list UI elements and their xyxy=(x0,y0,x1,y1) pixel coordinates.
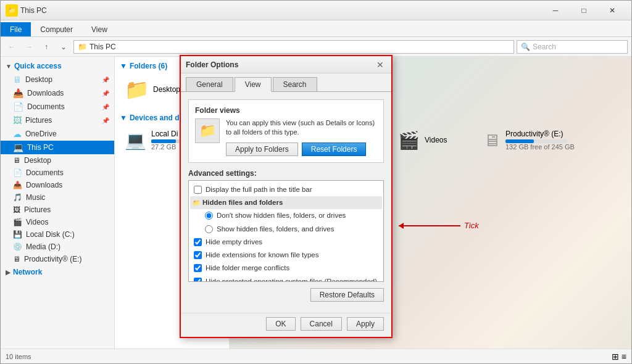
productivity-device-icon: 🖥 xyxy=(483,130,501,151)
sidebar-label-onedrive: OneDrive xyxy=(25,130,57,138)
label-hide-empty: Hide empty drives xyxy=(206,237,262,247)
sidebar-item-media-d[interactable]: 💿 Media (D:) xyxy=(1,241,114,253)
ok-button[interactable]: OK xyxy=(266,317,295,331)
sidebar-label-desktop: Desktop xyxy=(25,75,52,84)
folder-views-inner: 📁 You can apply this view (such as Detai… xyxy=(195,118,377,156)
sidebar-item-onedrive[interactable]: ☁ OneDrive xyxy=(1,127,114,141)
minimize-button[interactable]: ─ xyxy=(541,1,570,20)
details-view-button[interactable]: ⊞ xyxy=(612,352,619,362)
radio-dont-show-hidden[interactable] xyxy=(205,212,213,220)
sidebar-item-downloads-pc[interactable]: 📥 Downloads xyxy=(1,179,114,191)
search-icon: 🔍 xyxy=(521,43,530,51)
up-button[interactable]: ↑ xyxy=(39,39,54,54)
sidebar-item-documents-pc[interactable]: 📄 Documents xyxy=(1,167,114,179)
restore-defaults-row: Restore Defaults xyxy=(188,288,384,302)
sidebar-item-productivity[interactable]: 🖥 Productivity® (E:) xyxy=(1,253,114,265)
sidebar-item-documents-quick[interactable]: 📄 Documents 📌 xyxy=(1,100,114,114)
settings-item-show-hidden[interactable]: Show hidden files, folders, and drives xyxy=(190,223,382,236)
sidebar-label-downloads: Downloads xyxy=(27,89,64,97)
checkbox-hide-extensions[interactable] xyxy=(194,251,202,259)
dialog-tab-view[interactable]: View xyxy=(235,77,272,92)
settings-list: Display the full path in the title bar 📁… xyxy=(188,180,384,282)
tab-view[interactable]: View xyxy=(82,22,117,36)
checkbox-hide-empty[interactable] xyxy=(194,238,202,246)
status-bar: 10 items ⊞ ≡ xyxy=(1,349,631,363)
desktop-icon: 🖥 xyxy=(13,75,22,85)
sidebar-item-downloads-quick[interactable]: 📥 Downloads 📌 xyxy=(1,86,114,100)
items-count: 10 items xyxy=(6,353,31,360)
dialog-title: Folder Options xyxy=(186,60,374,69)
label-hide-extensions: Hide extensions for known file types xyxy=(206,250,318,260)
tab-file[interactable]: File xyxy=(1,22,31,36)
window-title: This PC xyxy=(20,6,541,15)
sidebar-quick-access-header[interactable]: ▼ Quick access xyxy=(1,59,114,73)
devices-header-label: Devices and d xyxy=(130,114,180,122)
view-controls: ⊞ ≡ xyxy=(612,352,626,362)
videos-pc-icon: 🎬 xyxy=(13,218,22,226)
main-window: 📁 This PC ─ □ ✕ File Computer View ← → ↑… xyxy=(0,0,632,364)
devices-arrow: ▼ xyxy=(120,114,127,122)
checkbox-hide-merge[interactable] xyxy=(194,264,202,272)
sidebar-item-desktop-pc[interactable]: 🖥 Desktop xyxy=(1,154,114,167)
settings-item-fullpath[interactable]: Display the full path in the title bar xyxy=(190,183,382,196)
back-button[interactable]: ← xyxy=(4,39,19,54)
sidebar-item-pictures-pc[interactable]: 🖼 Pictures xyxy=(1,204,114,216)
folder-desktop-icon: 📁 xyxy=(125,78,149,101)
local-disk-device-icon: 💻 xyxy=(125,130,146,151)
forward-button[interactable]: → xyxy=(22,39,36,54)
sidebar-item-this-pc[interactable]: 💻 This PC xyxy=(1,141,114,154)
folder-desktop-label: Desktop xyxy=(153,85,180,94)
sidebar-item-local-disk[interactable]: 💾 Local Disk (C:) xyxy=(1,228,114,241)
apply-button[interactable]: Apply xyxy=(347,317,384,331)
device-productivity[interactable]: 🖥 Productivity® (E:) 132 GB free of 245 … xyxy=(478,127,580,153)
pin-icon-4: 📌 xyxy=(102,117,109,124)
videos-info: Videos xyxy=(425,136,447,144)
dialog-tab-general[interactable]: General xyxy=(186,77,233,91)
dialog-tab-search[interactable]: Search xyxy=(273,77,317,91)
apply-to-folders-button[interactable]: Apply to Folders xyxy=(226,143,298,156)
device-videos[interactable]: 🎬 Videos xyxy=(393,127,473,153)
sidebar-item-desktop-quick[interactable]: 🖥 Desktop 📌 xyxy=(1,73,114,86)
documents-icon: 📄 xyxy=(13,102,23,112)
ribbon-tabs: File Computer View xyxy=(1,20,631,36)
pictures-pc-icon: 🖼 xyxy=(13,205,20,214)
folders-header-label: Folders (6) xyxy=(130,62,167,70)
recent-button[interactable]: ⌄ xyxy=(56,39,71,54)
maximize-button[interactable]: □ xyxy=(570,1,598,20)
restore-defaults-button[interactable]: Restore Defaults xyxy=(310,288,384,302)
sidebar-item-pictures-quick[interactable]: 🖼 Pictures 📌 xyxy=(1,114,114,127)
dialog-close-button[interactable]: ✕ xyxy=(374,59,386,71)
folder-item-desktop[interactable]: 📁 Desktop xyxy=(120,75,185,104)
label-dont-show-hidden: Don't show hidden files, folders, or dri… xyxy=(217,210,346,221)
label-hidden-group: Hidden files and folders xyxy=(202,197,283,208)
list-view-button[interactable]: ≡ xyxy=(622,352,626,362)
close-button[interactable]: ✕ xyxy=(598,1,626,20)
downloads-pc-icon: 📥 xyxy=(13,181,22,189)
radio-show-hidden[interactable] xyxy=(205,225,213,233)
search-box[interactable]: 🔍 Search xyxy=(517,40,628,54)
sidebar-item-videos-pc[interactable]: 🎬 Videos xyxy=(1,216,114,228)
productivity-device-name: Productivity® (E:) xyxy=(505,130,575,138)
pin-icon-2: 📌 xyxy=(102,90,109,97)
sidebar-item-music-pc[interactable]: 🎵 Music xyxy=(1,191,114,204)
settings-item-hide-merge[interactable]: Hide folder merge conflicts xyxy=(190,262,382,275)
sidebar-network-label: Network xyxy=(13,268,42,276)
checkbox-fullpath[interactable] xyxy=(194,186,202,194)
cancel-button[interactable]: Cancel xyxy=(301,317,342,331)
settings-item-hide-empty[interactable]: Hide empty drives xyxy=(190,236,382,249)
folder-options-dialog: Folder Options ✕ General View Search Fol… xyxy=(180,55,393,338)
local-disk-icon: 💾 xyxy=(13,230,22,239)
productivity-icon: 🖥 xyxy=(13,255,20,263)
settings-item-hide-protected[interactable]: Hide protected operating system files (R… xyxy=(190,275,382,282)
sidebar-network-header[interactable]: ▶ Network xyxy=(1,265,114,279)
address-bar: ← → ↑ ⌄ 📁 This PC 🔍 Search xyxy=(1,37,631,57)
reset-folders-button[interactable]: Reset Folders xyxy=(302,143,367,156)
checkbox-hide-protected[interactable] xyxy=(194,278,202,282)
settings-item-dont-show-hidden[interactable]: Don't show hidden files, folders, or dri… xyxy=(190,209,382,222)
onedrive-icon: ☁ xyxy=(13,129,22,139)
address-path[interactable]: 📁 This PC xyxy=(73,40,514,54)
tab-computer[interactable]: Computer xyxy=(31,22,82,36)
folder-views-description: You can apply this view (such as Details… xyxy=(226,118,377,156)
settings-item-hide-extensions[interactable]: Hide extensions for known file types xyxy=(190,249,382,262)
productivity-info: Productivity® (E:) 132 GB free of 245 GB xyxy=(505,130,575,151)
